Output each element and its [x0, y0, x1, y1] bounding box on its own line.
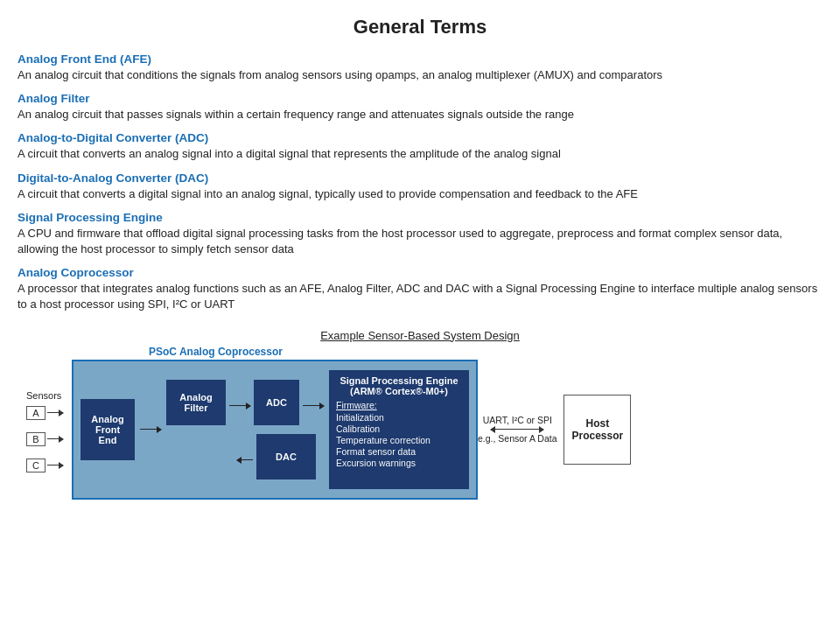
- afe-to-filter-arrow: [140, 429, 161, 430]
- sensor-b-box: B: [26, 432, 46, 446]
- spe-item-3: Format sensor data: [336, 446, 462, 457]
- term-acp: Analog Coprocessor A processor that inte…: [18, 266, 822, 312]
- dac-block: DAC: [256, 434, 316, 480]
- spe-item-4: Excursion warnings: [336, 458, 462, 468]
- term-spe: Signal Processing Engine A CPU and firmw…: [18, 211, 822, 257]
- psoc-diagram-box: AnalogFrontEnd AnalogFilter: [72, 360, 478, 500]
- term-adc: Analog-to-Digital Converter (ADC) A circ…: [18, 131, 822, 162]
- right-labels: UART, I²C or SPI e.g., Sensor A Data: [478, 415, 556, 444]
- spe-list: Initialization Calibration Temperature c…: [336, 412, 462, 469]
- bidir-arrow: [491, 429, 543, 430]
- term-spe-title: Signal Processing Engine: [18, 211, 822, 224]
- psoc-label: PSoC Analog Coprocessor: [149, 346, 283, 358]
- sensor-b-row: B: [26, 432, 63, 446]
- sensor-a-arrow: [47, 412, 63, 413]
- bidir-line: [491, 429, 543, 430]
- term-afe-title: Analog Front End (AFE): [18, 52, 822, 66]
- sensor-c-box: C: [26, 458, 46, 472]
- term-analog-filter: Analog Filter An analog circuit that pas…: [18, 92, 822, 122]
- filter-to-adc-arrow: [229, 396, 250, 409]
- page-title: General Terms: [18, 16, 822, 38]
- adc-to-spe-arrow: [303, 396, 324, 409]
- sensor-b-arrow: [47, 438, 63, 439]
- diagram-main: Sensors A B C AnalogFrontEnd: [26, 360, 631, 500]
- term-afe-desc: An analog circuit that conditions the si…: [18, 67, 822, 83]
- term-adc-desc: A circuit that converts an analog signal…: [18, 146, 822, 162]
- right-group: UART, I²C or SPI e.g., Sensor A Data Hos…: [478, 395, 631, 465]
- spe-title: Signal Processing Engine(ARM® Cortex®-M0…: [336, 375, 462, 396]
- sensor-c-arrow: [47, 465, 63, 466]
- terms-section: Analog Front End (AFE) An analog circuit…: [18, 52, 822, 313]
- sensor-a-row: A: [26, 406, 63, 420]
- filter-adc-row: AnalogFilter ADC: [166, 380, 324, 425]
- spe-item-2: Temperature correction: [336, 435, 462, 445]
- sensor-c-row: C: [26, 458, 63, 472]
- diagram-section: Example Sensor-Based System Design PSoC …: [18, 329, 822, 500]
- sensors-label: Sensors: [26, 390, 61, 401]
- term-analog-filter-title: Analog Filter: [18, 92, 822, 105]
- term-dac-title: Digital-to-Analog Converter (DAC): [18, 172, 822, 185]
- filter-label: AnalogFilter: [179, 392, 212, 413]
- spe-block: Signal Processing Engine(ARM® Cortex®-M0…: [329, 370, 469, 489]
- term-afe: Analog Front End (AFE) An analog circuit…: [18, 52, 822, 83]
- sensor-a-box: A: [26, 406, 46, 420]
- term-acp-desc: A processor that integrates analog funct…: [18, 281, 822, 312]
- adc-block: ADC: [254, 380, 299, 425]
- diagram-title: Example Sensor-Based System Design: [18, 329, 822, 342]
- afe-label: AnalogFrontEnd: [91, 414, 123, 445]
- term-dac: Digital-to-Analog Converter (DAC) A circ…: [18, 172, 822, 202]
- host-processor-box: HostProcessor: [564, 395, 631, 465]
- spe-item-0: Initialization: [336, 412, 462, 423]
- term-analog-filter-desc: An analog circuit that passes signals wi…: [18, 107, 822, 122]
- term-dac-desc: A circuit that converts a digital signal…: [18, 186, 822, 202]
- dac-left-arrow: [237, 450, 253, 463]
- filter-block: AnalogFilter: [166, 380, 226, 425]
- spe-firmware-label: Firmware:: [336, 400, 462, 410]
- inner-blocks-col: AnalogFilter ADC: [166, 380, 324, 480]
- sensors-col: Sensors A B C: [26, 374, 63, 485]
- diagram-outer: PSoC Analog Coprocessor Sensors A B C: [26, 346, 822, 500]
- term-spe-desc: A CPU and firmware that offload digital …: [18, 226, 822, 257]
- term-acp-title: Analog Coprocessor: [18, 266, 822, 279]
- host-label: HostProcessor: [571, 417, 623, 442]
- dac-row: DAC: [174, 434, 316, 480]
- afe-block: AnalogFrontEnd: [80, 399, 135, 460]
- dac-label: DAC: [276, 452, 297, 462]
- uart-label: UART, I²C or SPI: [483, 415, 552, 425]
- term-adc-title: Analog-to-Digital Converter (ADC): [18, 131, 822, 144]
- adc-label: ADC: [266, 397, 287, 408]
- spe-item-1: Calibration: [336, 424, 462, 434]
- sensor-data-label: e.g., Sensor A Data: [478, 433, 556, 444]
